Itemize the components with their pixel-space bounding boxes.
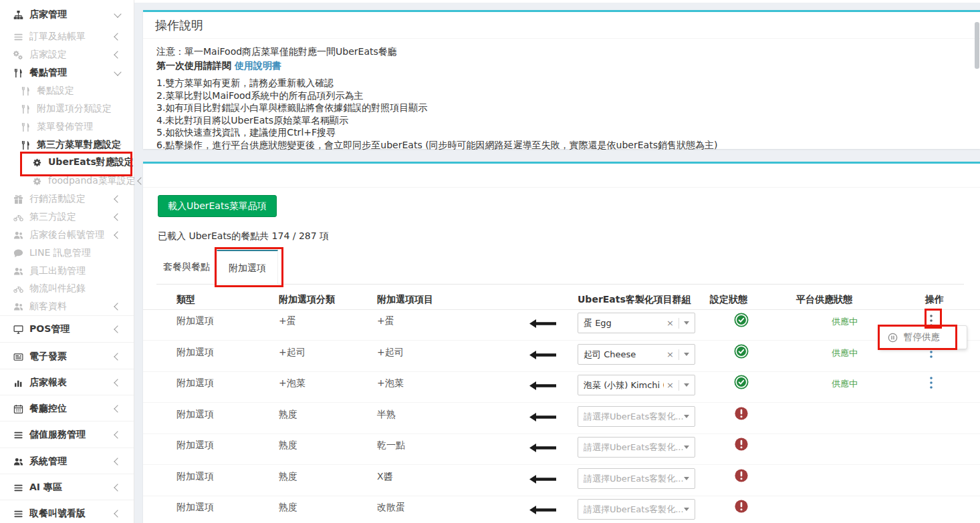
sidebar-item-meal-management[interactable]: 餐點管理 (0, 64, 134, 81)
utensils-icon (21, 122, 31, 132)
users-icon (13, 230, 23, 240)
ubereats-group-select[interactable]: 蛋 Egg × (578, 313, 695, 333)
utensils-icon (13, 68, 23, 78)
instruction-step: 2.菜單比對以MaiFood系統中的所有品項列示為主 (156, 90, 968, 102)
instruction-step: 1.雙方菜單如有更新，請務必重新載入確認 (156, 77, 968, 90)
instructions-title: 操作說明 (143, 12, 980, 39)
sidebar-divider (0, 421, 134, 421)
status-ok-icon (734, 313, 749, 327)
first-use-line: 第一次使用請詳閱 使用說明書 (156, 59, 968, 72)
notice-text: 注意：單一MaiFood商店菜單僅能對應一間UberEats餐廳 (156, 45, 968, 58)
table-row: 附加選項 熟度 X醬 請選擇UberEats客製化... (143, 465, 980, 496)
top-strip (134, 0, 980, 3)
clear-selection-icon[interactable]: × (666, 318, 674, 328)
sidebar-item-ubereats-mapping-settings[interactable]: UberEats對應設定 (0, 154, 134, 171)
left-arrow-icon (529, 475, 556, 484)
sidebar-divider (0, 448, 134, 448)
utensils-icon (21, 140, 31, 150)
list-icon (13, 509, 23, 519)
row-actions-menu: 暫停供應 (879, 325, 967, 349)
sidebar-item-ai-zone[interactable]: AI 專區 (0, 479, 134, 496)
clear-selection-icon[interactable]: × (666, 349, 674, 359)
sidebar-item-third-party-menu-mapping[interactable]: 第三方菜單對應設定 (0, 136, 134, 154)
sidebar-item-customer-data[interactable]: 顧客資料 (0, 298, 134, 315)
row-actions-kebab-icon[interactable] (929, 376, 933, 389)
sidebar-item-third-party-settings[interactable]: 第三方設定 (0, 208, 134, 226)
dropdown-caret-icon (684, 415, 689, 418)
sidebar-item-restaurant-seating[interactable]: 餐廳控位 (0, 400, 134, 417)
sidebar-divider (0, 342, 134, 343)
sidebar-item-menu-publish-management[interactable]: 菜單發佈管理 (0, 118, 134, 136)
sidebar-item-pos-management[interactable]: POS管理 (0, 321, 134, 338)
status-error-icon (734, 406, 749, 421)
sidebar-divider (0, 474, 134, 474)
bar-chart-icon (13, 378, 23, 388)
sidebar: 店家管理 訂單及結帳單 店家設定 餐點管理 餐點設定 附加選項分類設定 菜單發佈… (0, 0, 134, 523)
col-setting-status: 設定狀態 (710, 294, 747, 306)
sitemap-icon (13, 10, 23, 20)
dropdown-caret-icon (684, 446, 689, 449)
sidebar-item-store-reports[interactable]: 店家報表 (0, 374, 134, 391)
sidebar-item-marketing-campaign-settings[interactable]: 行銷活動設定 (0, 190, 134, 208)
clear-selection-icon[interactable]: × (666, 380, 674, 390)
list-icon (13, 483, 23, 493)
user-manual-link[interactable]: 使用說明書 (235, 60, 281, 71)
load-ubereats-menu-button[interactable]: 載入UberEats菜單品項 (158, 195, 277, 217)
sidebar-item-meal-settings[interactable]: 餐點設定 (0, 82, 134, 100)
sidebar-divider (0, 369, 134, 369)
sidebar-item-foodpanda-menu-settings[interactable]: foodpanda菜單設定 (0, 172, 134, 190)
chevron-left-icon (114, 231, 121, 238)
ubereats-group-select[interactable]: 起司 Cheese × (578, 344, 695, 365)
sidebar-item-stored-value-service-management[interactable]: 儲值服務管理 (0, 426, 134, 444)
sidebar-item-store-backend-account-management[interactable]: 店家後台帳號管理 (0, 226, 134, 244)
chevron-left-icon (114, 405, 121, 412)
chevron-left-icon (114, 33, 121, 40)
tab-addon-options[interactable]: 附加選項 (217, 250, 278, 285)
instruction-step: 5.如欲快速查找資訊，建議使用Ctrl+F搜尋 (156, 126, 968, 139)
ubereats-group-select[interactable]: 請選擇UberEats客製化... (578, 437, 695, 458)
col-type: 類型 (176, 294, 195, 306)
ubereats-group-select[interactable]: 請選擇UberEats客製化... (578, 468, 695, 489)
vertical-scrollbar-thumb[interactable] (975, 22, 979, 69)
sidebar-divider (0, 395, 134, 395)
sidebar-item-line-message-management[interactable]: LINE 訊息管理 (0, 244, 134, 262)
instructions-card: 操作說明 注意：單一MaiFood商店菜單僅能對應一間UberEats餐廳 第一… (143, 10, 980, 149)
chevron-left-icon (114, 353, 121, 360)
sidebar-item-pickup-number-board[interactable]: 取餐叫號看版 (0, 505, 134, 522)
sidebar-item-store-management[interactable]: 店家管理 (0, 6, 134, 23)
instruction-step: 4.未比對項目將以UberEats原始菜單名稱顯示 (156, 114, 968, 127)
gear-icon (32, 176, 42, 186)
sidebar-item-system-management[interactable]: 系統管理 (0, 453, 134, 470)
mapping-card-header (143, 164, 980, 188)
sidebar-item-e-invoice[interactable]: 電子發票 (0, 348, 134, 365)
chevron-down-icon (114, 10, 121, 17)
left-arrow-icon (529, 506, 556, 514)
table-row: 附加選項 +泡菜 +泡菜 泡菜 (小辣) Kimchi (Mi... × 供應中 (143, 371, 980, 403)
chevron-left-icon (114, 303, 121, 310)
sidebar-item-employee-attendance-management[interactable]: 員工出勤管理 (0, 263, 134, 280)
table-row: 附加選項 熟度 乾一點 請選擇UberEats客製化... (143, 433, 980, 465)
mapping-card: 載入UberEats菜單品項 已載入 UberEats的餐點共 174 / 28… (143, 162, 980, 523)
ubereats-group-select[interactable]: 請選擇UberEats客製化... (578, 499, 695, 520)
sidebar-item-logistics-call-records[interactable]: 物流叫件紀錄 (0, 280, 134, 297)
pause-supply-menu-item[interactable]: 暫停供應 (904, 331, 940, 343)
dropdown-caret-icon (684, 477, 689, 480)
left-arrow-icon (529, 351, 556, 359)
tab-combos-and-meals[interactable]: 套餐與餐點 (156, 250, 217, 284)
sidebar-item-store-settings[interactable]: 店家設定 (0, 46, 134, 63)
status-error-icon (734, 437, 749, 452)
ubereats-group-select[interactable]: 請選擇UberEats客製化... (578, 406, 695, 427)
ubereats-group-select[interactable]: 泡菜 (小辣) Kimchi (Mi... × (578, 375, 695, 395)
chevron-left-icon (114, 213, 121, 220)
status-error-icon (734, 468, 749, 483)
desktop-icon (13, 325, 23, 335)
chevron-left-icon (114, 325, 121, 333)
motorcycle-icon (13, 212, 23, 222)
motorcycle-icon (13, 284, 23, 294)
status-ok-icon (734, 344, 749, 359)
sidebar-item-addon-category-settings[interactable]: 附加選項分類設定 (0, 100, 134, 118)
left-arrow-icon (529, 413, 556, 421)
col-addon-category: 附加選項分類 (279, 294, 335, 306)
users-icon (13, 302, 23, 312)
sidebar-item-orders-invoices[interactable]: 訂單及結帳單 (0, 28, 134, 45)
